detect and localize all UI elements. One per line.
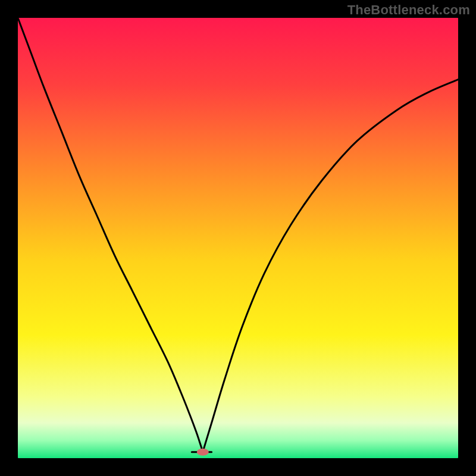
watermark-text: TheBottleneck.com xyxy=(347,2,470,18)
plot-area xyxy=(18,18,458,458)
plot-svg xyxy=(18,18,458,458)
chart-frame: TheBottleneck.com xyxy=(0,0,476,476)
gradient-background xyxy=(18,18,458,458)
minimum-marker xyxy=(197,449,209,456)
